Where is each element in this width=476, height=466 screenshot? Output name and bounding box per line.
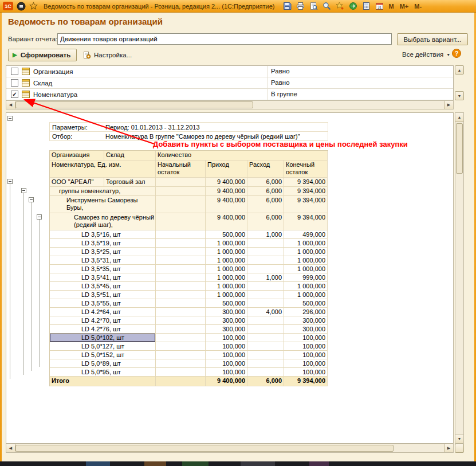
nomenclature-cell[interactable]: LD 5,0*95, шт: [50, 368, 156, 377]
memory-add-button[interactable]: М+: [399, 3, 410, 10]
opening-cell[interactable]: [156, 299, 206, 308]
report-row[interactable]: LD 5,0*89, шт100,000100,000: [50, 359, 328, 368]
expense-cell[interactable]: [247, 291, 284, 299]
opening-cell[interactable]: [156, 316, 206, 325]
group-collapse-toggle[interactable]: [21, 188, 26, 193]
closing-cell[interactable]: 100,000: [284, 334, 328, 342]
filter-checkbox[interactable]: ✓: [11, 91, 18, 98]
closing-cell[interactable]: 1 000,000: [284, 239, 328, 248]
closing-cell[interactable]: 300,000: [284, 325, 328, 334]
scroll-right-icon[interactable]: ▶: [444, 101, 453, 109]
scroll-right-icon[interactable]: ▶: [444, 444, 453, 452]
scrollbar-thumb[interactable]: [15, 101, 253, 108]
nomenclature-cell[interactable]: LD 3,5*16, шт: [50, 230, 156, 239]
report-row[interactable]: LD 3,5*25, шт1 000,0001 000,000: [50, 248, 328, 256]
report-row[interactable]: Саморез по дереву чёрный (редкий шаг),9 …: [50, 213, 328, 230]
expense-cell[interactable]: [247, 265, 284, 273]
closing-cell[interactable]: 1 000,000: [284, 291, 328, 299]
opening-cell[interactable]: [156, 291, 206, 299]
closing-cell[interactable]: 296,000: [284, 308, 328, 316]
closing-cell[interactable]: 300,000: [284, 316, 328, 325]
report-row[interactable]: LD 5,0*102, шт100,000100,000: [50, 334, 328, 342]
filter-row[interactable]: ОрганизацияРавно: [6, 66, 453, 77]
group-collapse-toggle[interactable]: [37, 214, 42, 220]
expense-cell[interactable]: 4,000: [247, 308, 284, 316]
report-horizontal-scrollbar[interactable]: ◀ ▶: [6, 444, 454, 453]
report-row[interactable]: LD 3,5*31, шт1 000,0001 000,000: [50, 256, 328, 265]
expense-cell[interactable]: [247, 368, 284, 377]
opening-cell[interactable]: [156, 342, 206, 351]
variant-input[interactable]: [57, 33, 392, 45]
main-menu-button[interactable]: [16, 1, 26, 11]
opening-cell[interactable]: [156, 196, 206, 213]
nomenclature-cell[interactable]: LD 4.2*76, шт: [50, 325, 156, 334]
opening-cell[interactable]: [156, 308, 206, 316]
scrollbar-thumb[interactable]: [15, 445, 394, 452]
income-cell[interactable]: 9 400,000: [206, 213, 247, 230]
filter-condition-value[interactable]: Равно: [267, 66, 453, 77]
income-cell[interactable]: 100,000: [206, 359, 247, 368]
scroll-up-icon[interactable]: ▲: [455, 113, 463, 122]
income-cell[interactable]: 1 000,000: [206, 282, 247, 291]
generate-button[interactable]: ▶ Сформировать: [8, 49, 77, 61]
save-button[interactable]: [282, 1, 292, 11]
income-cell[interactable]: 1 000,000: [206, 273, 247, 282]
opening-cell[interactable]: [156, 265, 206, 273]
closing-cell[interactable]: 9 394,000: [284, 178, 328, 187]
nomenclature-cell[interactable]: LD 5,0*152, шт: [50, 351, 156, 359]
expense-cell[interactable]: [247, 359, 284, 368]
report-row[interactable]: LD 3,5*35, шт1 000,0001 000,000: [50, 265, 328, 273]
filter-scroll-down-button[interactable]: ▼: [455, 91, 464, 100]
nomenclature-cell[interactable]: LD 3,5*51, шт: [50, 291, 156, 299]
expense-cell[interactable]: 1,000: [247, 230, 284, 239]
filter-scroll-up-button[interactable]: ▲: [455, 65, 464, 75]
closing-cell[interactable]: 9 394,000: [284, 196, 328, 213]
scrollbar-thumb[interactable]: [456, 123, 463, 174]
calendar-button[interactable]: 31: [375, 1, 384, 11]
closing-cell[interactable]: 1 000,000: [284, 265, 328, 273]
expense-cell[interactable]: [247, 316, 284, 325]
report-row[interactable]: LD 3,5*51, шт1 000,0001 000,000: [50, 291, 328, 299]
closing-cell[interactable]: 100,000: [284, 368, 328, 377]
opening-cell[interactable]: [156, 359, 206, 368]
expense-cell[interactable]: [247, 239, 284, 248]
group-collapse-toggle[interactable]: [29, 197, 34, 202]
report-row[interactable]: LD 5,0*127, шт100,000100,000: [50, 342, 328, 351]
add-favorite-button[interactable]: [335, 1, 345, 11]
opening-cell[interactable]: [156, 178, 206, 187]
filter-row[interactable]: ✓НоменклатураВ группе: [6, 89, 453, 100]
closing-cell[interactable]: 999,000: [284, 273, 328, 282]
report-row[interactable]: Инструменты Саморезы Буры,9 400,0006,000…: [50, 196, 328, 213]
closing-cell[interactable]: 100,000: [284, 359, 328, 368]
closing-cell[interactable]: 9 394,000: [284, 213, 328, 230]
income-cell[interactable]: 100,000: [206, 368, 247, 377]
income-cell[interactable]: 1 000,000: [206, 256, 247, 265]
report-row[interactable]: LD 3,5*16, шт500,0001,000499,000: [50, 230, 328, 239]
nomenclature-cell[interactable]: LD 5,0*89, шт: [50, 359, 156, 368]
report-row[interactable]: ООО "АРЕАЛ"Торговый зал9 400,0006,0009 3…: [50, 178, 328, 187]
expense-cell[interactable]: 6,000: [247, 187, 284, 196]
opening-cell[interactable]: [156, 325, 206, 334]
opening-cell[interactable]: [156, 334, 206, 342]
nomenclature-cell[interactable]: группы номенклатур,: [50, 187, 156, 196]
nomenclature-cell[interactable]: LD 3,5*45, шт: [50, 282, 156, 291]
filter-checkbox[interactable]: [11, 68, 18, 75]
total-row[interactable]: Итого 9 400,000 6,000 9 394,000: [50, 377, 328, 386]
scroll-left-icon[interactable]: ◀: [6, 444, 15, 452]
find-button[interactable]: [322, 1, 332, 11]
scroll-down-icon[interactable]: ▼: [455, 434, 463, 443]
print-preview-button[interactable]: [309, 1, 318, 11]
income-cell[interactable]: 500,000: [206, 230, 247, 239]
filter-checkbox[interactable]: [11, 79, 18, 87]
income-cell[interactable]: 1 000,000: [206, 291, 247, 299]
choose-variant-button[interactable]: Выбрать вариант...: [397, 33, 468, 45]
opening-cell[interactable]: [156, 239, 206, 248]
nomenclature-cell[interactable]: Саморез по дереву чёрный (редкий шаг),: [50, 213, 156, 230]
income-cell[interactable]: 300,000: [206, 316, 247, 325]
filter-horizontal-scrollbar[interactable]: ◀ ▶: [6, 100, 454, 109]
report-row[interactable]: LD 5,0*95, шт100,000100,000: [50, 368, 328, 377]
expense-cell[interactable]: [247, 248, 284, 256]
income-cell[interactable]: 100,000: [206, 342, 247, 351]
organization-cell[interactable]: ООО "АРЕАЛ": [50, 178, 104, 187]
report-row[interactable]: LD 5,0*152, шт100,000100,000: [50, 351, 328, 359]
